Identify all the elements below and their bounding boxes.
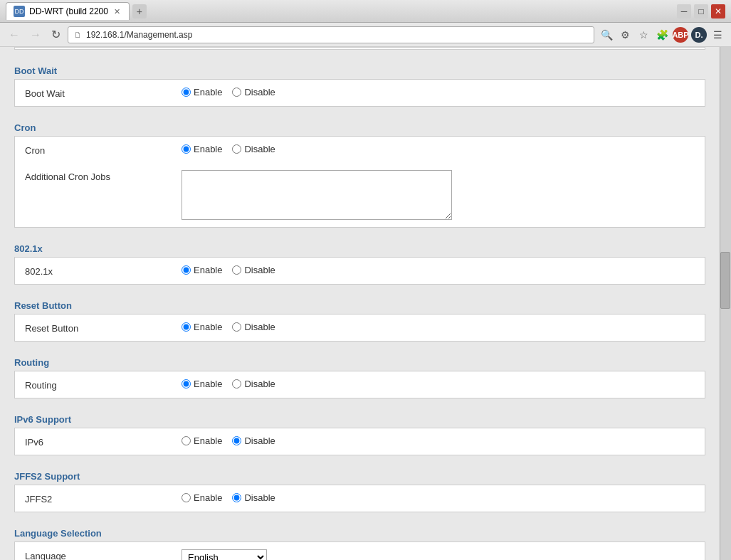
scrollbar-thumb[interactable] <box>720 252 730 309</box>
section-title-ipv6: IPv6 Support <box>14 408 705 425</box>
back-button[interactable]: ← <box>6 27 23 43</box>
browser-window: DD DD-WRT (build 2200 ✕ + ─ □ ✕ ← → ↻ 🗋 … <box>0 0 731 560</box>
row-cron-1: Additional Cron Jobs <box>15 163 705 227</box>
radio-input-disable[interactable] <box>232 265 241 275</box>
section-boot-wait: Boot WaitBoot WaitEnableDisable <box>14 60 705 107</box>
radio-input-disable[interactable] <box>232 322 241 332</box>
row-label-ipv6-0: IPv6 <box>25 435 182 448</box>
sections-container: Boot WaitBoot WaitEnableDisableCronCronE… <box>14 60 705 560</box>
ext-icon[interactable]: 🧩 <box>654 27 670 43</box>
address-bar[interactable]: 🗋 192.168.1/Management.asp <box>68 26 594 43</box>
row-dot1x-0: 802.1xEnableDisable <box>15 258 705 284</box>
radio-option-enable[interactable]: Enable <box>182 435 222 446</box>
radio-label-disable: Disable <box>244 492 275 503</box>
new-tab-button[interactable]: + <box>132 4 147 19</box>
section-box-dot1x: 802.1xEnableDisable <box>14 257 705 285</box>
radio-label-enable: Enable <box>194 265 222 275</box>
section-title-routing: Routing <box>14 352 705 368</box>
radio-label-enable: Enable <box>194 492 222 503</box>
radio-input-enable[interactable] <box>182 493 191 502</box>
radio-group-dot1x-0: EnableDisable <box>182 265 275 275</box>
radio-input-disable[interactable] <box>232 144 241 154</box>
section-title-language: Language Selection <box>14 522 705 539</box>
row-label-boot-wait-0: Boot Wait <box>25 87 182 99</box>
section-title-dot1x: 802.1x <box>14 238 705 254</box>
menu-button[interactable]: ☰ <box>710 27 725 43</box>
section-box-cron: CronEnableDisableAdditional Cron Jobs <box>14 136 705 228</box>
row-language-0: LanguageEnglishDeutschEspañolFrançais <box>15 542 705 560</box>
section-cron: CronCronEnableDisableAdditional Cron Job… <box>14 117 705 228</box>
radio-option-enable[interactable]: Enable <box>182 379 222 389</box>
section-title-boot-wait: Boot Wait <box>14 60 705 76</box>
radio-option-enable[interactable]: Enable <box>182 144 222 154</box>
abp-addon-button[interactable]: ABP <box>673 27 688 43</box>
radio-option-enable[interactable]: Enable <box>182 322 222 332</box>
star-icon[interactable]: ☆ <box>636 27 651 43</box>
title-bar-left: DD DD-WRT (build 2200 ✕ + <box>6 2 147 20</box>
select-language[interactable]: EnglishDeutschEspañolFrançais <box>182 549 267 560</box>
url-text: 192.168.1/Management.asp <box>86 30 192 40</box>
radio-input-enable[interactable] <box>182 436 191 445</box>
section-ipv6: IPv6 SupportIPv6EnableDisable <box>14 408 705 455</box>
radio-input-enable[interactable] <box>182 88 191 97</box>
radio-option-enable[interactable]: Enable <box>182 87 222 97</box>
radio-input-disable[interactable] <box>232 436 241 445</box>
row-reset-button-0: Reset ButtonEnableDisable <box>15 315 705 341</box>
radio-label-enable: Enable <box>194 322 222 332</box>
row-jffs2-0: JFFS2EnableDisable <box>15 485 705 512</box>
radio-input-disable[interactable] <box>232 88 241 97</box>
radio-option-enable[interactable]: Enable <box>182 265 222 275</box>
radio-option-enable[interactable]: Enable <box>182 492 222 503</box>
row-label-routing-0: Routing <box>25 379 182 391</box>
radio-input-enable[interactable] <box>182 379 191 389</box>
radio-label-enable: Enable <box>194 435 222 446</box>
minimize-button[interactable]: ─ <box>677 4 691 19</box>
radio-option-disable[interactable]: Disable <box>232 265 275 275</box>
tab-close-button[interactable]: ✕ <box>112 7 122 16</box>
row-boot-wait-0: Boot WaitEnableDisable <box>15 80 705 106</box>
radio-label-disable: Disable <box>244 379 275 389</box>
radio-input-enable[interactable] <box>182 265 191 275</box>
close-button[interactable]: ✕ <box>711 4 725 19</box>
navigation-bar: ← → ↻ 🗋 192.168.1/Management.asp 🔍 ⚙ ☆ 🧩… <box>0 23 731 47</box>
row-label-cron-1: Additional Cron Jobs <box>25 170 182 182</box>
row-controls-boot-wait-0: EnableDisable <box>182 87 275 97</box>
radio-option-disable[interactable]: Disable <box>232 379 275 389</box>
row-ipv6-0: IPv6EnableDisable <box>15 428 705 455</box>
row-label-reset-button-0: Reset Button <box>25 322 182 334</box>
scrollbar-track[interactable] <box>720 47 731 560</box>
row-controls-dot1x-0: EnableDisable <box>182 265 275 275</box>
row-controls-cron-1 <box>182 170 452 220</box>
radio-input-enable[interactable] <box>182 144 191 154</box>
radio-label-enable: Enable <box>194 87 222 97</box>
radio-option-disable[interactable]: Disable <box>232 492 275 503</box>
browser-tab[interactable]: DD DD-WRT (build 2200 ✕ <box>6 2 130 20</box>
refresh-icon[interactable]: ⚙ <box>617 27 633 43</box>
d-addon-button[interactable]: D. <box>691 27 707 43</box>
radio-input-disable[interactable] <box>232 379 241 389</box>
radio-group-boot-wait-0: EnableDisable <box>182 87 275 97</box>
refresh-button[interactable]: ↻ <box>48 26 63 43</box>
row-controls-routing-0: EnableDisable <box>182 379 275 389</box>
radio-input-enable[interactable] <box>182 322 191 332</box>
radio-group-cron-0: EnableDisable <box>182 144 275 154</box>
radio-option-disable[interactable]: Disable <box>232 435 275 446</box>
radio-label-enable: Enable <box>194 144 222 154</box>
radio-option-disable[interactable]: Disable <box>232 87 275 97</box>
scrollbar[interactable] <box>720 47 731 560</box>
section-box-reset-button: Reset ButtonEnableDisable <box>14 314 705 342</box>
row-cron-0: CronEnableDisable <box>15 137 705 163</box>
radio-input-disable[interactable] <box>232 493 241 502</box>
nav-icons: 🔍 ⚙ ☆ 🧩 ABP D. ☰ <box>599 27 725 43</box>
search-icon[interactable]: 🔍 <box>599 27 614 43</box>
maximize-button[interactable]: □ <box>694 4 708 19</box>
row-label-language-0: Language <box>25 549 182 560</box>
radio-option-disable[interactable]: Disable <box>232 322 275 332</box>
row-controls-cron-0: EnableDisable <box>182 144 275 154</box>
textarea-cron[interactable] <box>182 170 452 220</box>
section-box-routing: RoutingEnableDisable <box>14 371 705 398</box>
forward-button[interactable]: → <box>27 27 44 43</box>
radio-option-disable[interactable]: Disable <box>232 144 275 154</box>
page-icon: 🗋 <box>74 31 82 39</box>
page-wrapper: Boot WaitBoot WaitEnableDisableCronCronE… <box>0 47 731 560</box>
